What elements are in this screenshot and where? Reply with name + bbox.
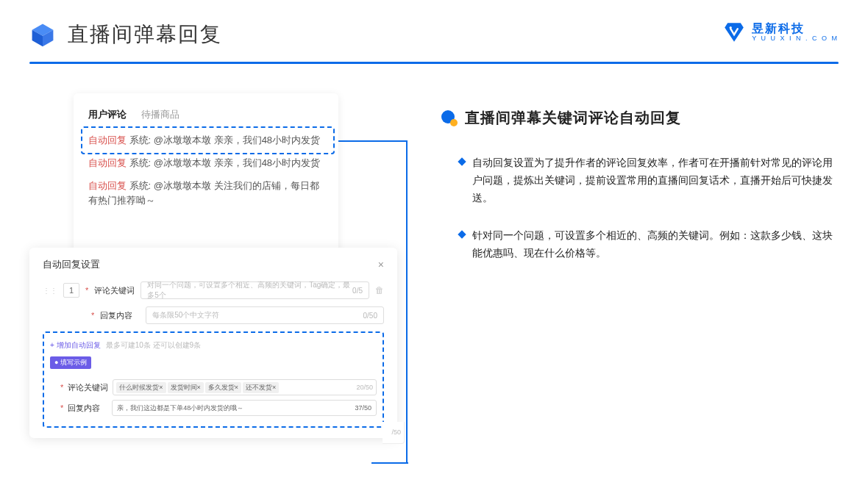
tag-count: 20/50 — [356, 384, 373, 391]
svg-point-4 — [730, 26, 732, 29]
example-keyword-tags[interactable]: 什么时候发货× 发货时间× 多久发货× 还不发货× 20/50 — [113, 379, 377, 395]
point-text: 自动回复设置为了提升作者的评论回复效率，作者可在开播前针对常见的评论用户问题，提… — [472, 154, 839, 207]
settings-card: 自动回复设置 × ⋮⋮ 1 * 评论关键词 对同一个问题，可设置多个相近、高频的… — [29, 248, 397, 438]
comment-text: 系统: @冰墩墩本墩 亲亲，我们48小时内发货 — [127, 157, 320, 168]
example-badge: ● 填写示例 — [50, 356, 91, 369]
auto-reply-badge: 自动回复 — [88, 180, 127, 191]
brand-url: Y U U X I N . C O M — [752, 35, 839, 43]
diamond-icon — [458, 231, 466, 239]
point-text: 针对同一个问题，可设置多个相近的、高频的关键词。例如：这款多少钱、这块能优惠吗、… — [472, 227, 839, 262]
brand-logo-icon — [722, 21, 746, 44]
required-dot: * — [60, 383, 63, 392]
keyword-count: 0/5 — [352, 287, 363, 295]
content-input[interactable]: 每条限50个中文字符 0/50 — [146, 306, 384, 324]
brand-block: 昱新科技 Y U U X I N . C O M — [722, 21, 839, 44]
highlight-dashed-box-1 — [81, 126, 335, 154]
required-dot: * — [60, 403, 63, 412]
auto-reply-badge: 自动回复 — [88, 157, 127, 168]
section-bullet-icon — [441, 110, 458, 126]
cube-logo-icon — [29, 21, 56, 48]
left-panel: 用户评论 待播商品 自动回复 系统: @冰墩墩本墩 亲亲，我们48小时内发货 自… — [29, 93, 397, 283]
required-dot: * — [85, 286, 88, 295]
diamond-icon — [458, 157, 466, 165]
right-panel: 直播间弹幕关键词评论自动回复 自动回复设置为了提升作者的评论回复效率，作者可在开… — [441, 93, 839, 283]
row-number: 1 — [63, 283, 79, 298]
settings-title: 自动回复设置 — [43, 258, 100, 271]
keyword-label: 评论关键词 — [94, 285, 135, 296]
page-title: 直播间弹幕回复 — [68, 21, 222, 49]
tab-user-comments[interactable]: 用户评论 — [88, 108, 127, 121]
example-content-input[interactable]: 亲，我们这边都是下单48小时内发货的哦～ 37/50 — [112, 400, 377, 416]
close-icon[interactable]: × — [378, 259, 384, 270]
keyword-input[interactable]: 对同一个问题，可设置多个相近、高频的关键词，Tag确定，最多5个 0/5 — [140, 281, 369, 299]
drag-handle-icon[interactable]: ⋮⋮ — [43, 287, 57, 295]
add-auto-reply-link[interactable]: + 增加自动回复 — [50, 340, 101, 351]
comment-item: 自动回复 系统: @冰墩墩本墩 亲亲，我们48小时内发货 — [88, 156, 324, 171]
bullet-point: 自动回复设置为了提升作者的评论回复效率，作者可在开播前针对常见的评论用户问题，提… — [441, 154, 839, 207]
bullet-point: 针对同一个问题，可设置多个相近的、高频的关键词。例如：这款多少钱、这块能优惠吗、… — [441, 227, 839, 262]
example-content-count: 37/50 — [355, 404, 371, 412]
keyword-tag[interactable]: 什么时候发货× — [116, 382, 166, 393]
clip-count: /50 — [383, 422, 405, 444]
placeholder-text: 每条限50个中文字符 — [152, 310, 219, 320]
keyword-tag[interactable]: 发货时间× — [168, 382, 204, 393]
content-count: 0/50 — [363, 312, 377, 320]
section-title: 直播间弹幕关键词评论自动回复 — [465, 108, 681, 128]
highlight-dashed-box-2: + 增加自动回复 最多可建10条 还可以创建9条 ● 填写示例 * 评论关键词 … — [43, 331, 384, 428]
required-dot: * — [91, 311, 94, 320]
brand-name: 昱新科技 — [752, 22, 839, 35]
example-content-text: 亲，我们这边都是下单48小时内发货的哦～ — [117, 403, 243, 413]
comment-item: 自动回复 系统: @冰墩墩本墩 关注我们的店铺，每日都有热门推荐呦～ — [88, 179, 324, 209]
tab-pending-goods[interactable]: 待播商品 — [141, 108, 179, 121]
placeholder-text: 对同一个问题，可设置多个相近、高频的关键词，Tag确定，最多5个 — [147, 280, 352, 301]
sub-content-label: 回复内容 — [68, 403, 107, 414]
connector-line-2 — [371, 462, 408, 464]
add-hint: 最多可建10条 还可以创建9条 — [106, 341, 201, 349]
keyword-tag[interactable]: 还不发货× — [243, 382, 279, 393]
comments-card: 用户评论 待播商品 自动回复 系统: @冰墩墩本墩 亲亲，我们48小时内发货 自… — [74, 93, 338, 255]
sub-keyword-label: 评论关键词 — [68, 382, 108, 393]
svg-marker-3 — [725, 23, 744, 42]
content-label: 回复内容 — [100, 310, 140, 321]
keyword-tag[interactable]: 多久发货× — [205, 382, 241, 393]
trash-icon[interactable]: 🗑 — [375, 285, 384, 295]
